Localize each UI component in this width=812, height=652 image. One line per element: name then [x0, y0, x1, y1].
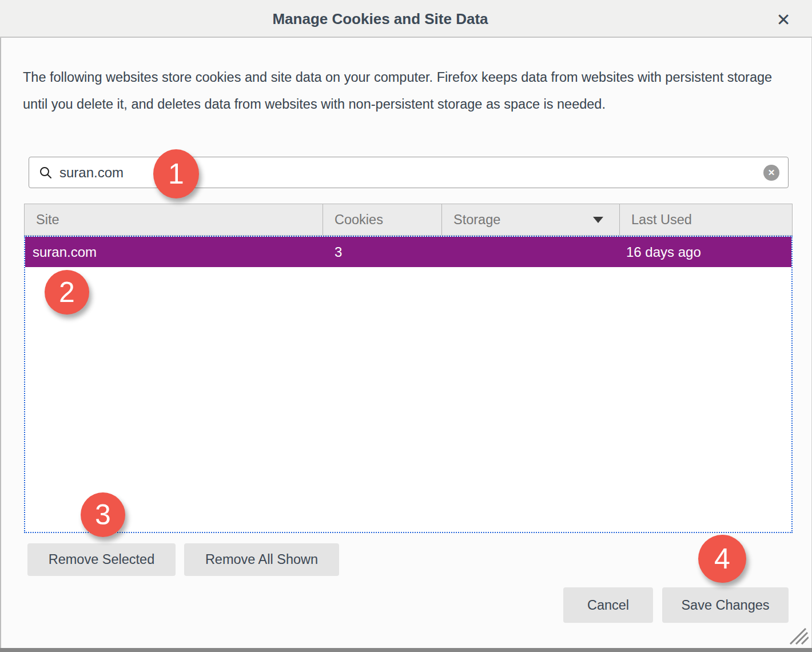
dialog-description: The following websites store cookies and… [23, 64, 780, 118]
annotation-marker-2: 2 [45, 270, 89, 315]
resize-grip-icon[interactable] [786, 626, 809, 647]
dialog-left-border [0, 0, 1, 652]
remove-selected-button[interactable]: Remove Selected [27, 543, 176, 576]
remove-all-shown-button[interactable]: Remove All Shown [184, 543, 339, 576]
column-header-storage[interactable]: Storage [441, 204, 619, 235]
site-data-table: Site Cookies Storage Last Used suran.com… [24, 204, 793, 533]
search-icon [39, 166, 53, 180]
cancel-button[interactable]: Cancel [563, 587, 653, 623]
dialog-title: Manage Cookies and Site Data [0, 0, 761, 38]
column-header-last-used[interactable]: Last Used [619, 204, 792, 235]
column-header-site[interactable]: Site [25, 204, 323, 235]
clear-search-icon[interactable]: ✕ [763, 165, 779, 181]
search-field-container: ✕ [29, 157, 789, 188]
window-bottom-edge [0, 648, 812, 652]
annotation-marker-4: 4 [698, 535, 746, 583]
cell-cookies: 3 [322, 244, 441, 260]
annotation-marker-1: 1 [153, 149, 199, 198]
dialog-titlebar: Manage Cookies and Site Data ✕ [0, 0, 812, 38]
save-changes-button[interactable]: Save Changes [662, 587, 789, 623]
table-header-row: Site Cookies Storage Last Used [24, 204, 793, 236]
annotation-marker-3: 3 [81, 492, 125, 537]
column-header-cookies[interactable]: Cookies [323, 204, 441, 235]
table-body[interactable]: suran.com 3 16 days ago [24, 236, 793, 533]
close-icon[interactable]: ✕ [771, 7, 796, 32]
table-row-selected[interactable]: suran.com 3 16 days ago [25, 237, 791, 267]
cell-last-used: 16 days ago [619, 244, 791, 260]
sort-descending-icon [593, 217, 603, 223]
cell-site: suran.com [25, 244, 322, 260]
